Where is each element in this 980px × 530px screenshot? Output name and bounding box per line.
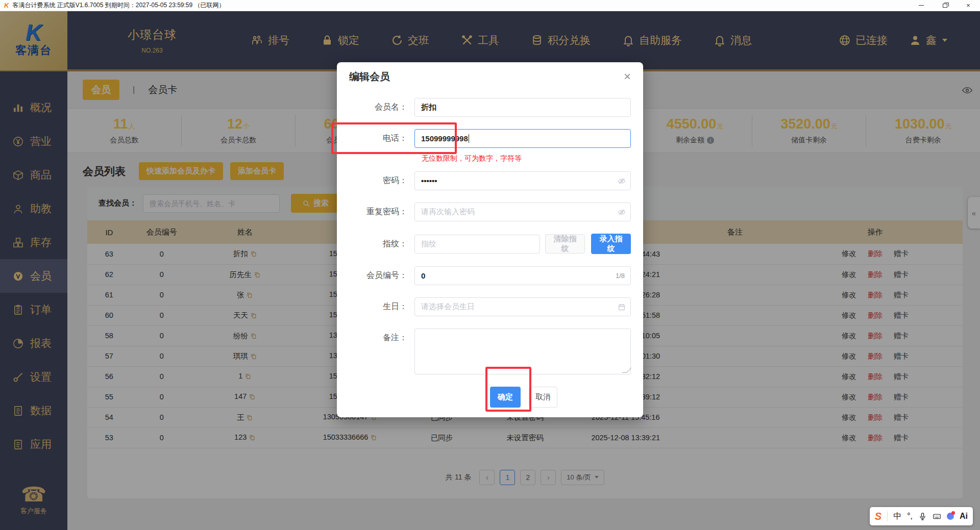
member-name-input[interactable]: 折扣: [414, 98, 631, 117]
calendar-icon[interactable]: [618, 303, 626, 311]
text-cursor: [469, 134, 470, 143]
phone-hint: 无位数限制，可为数字，字符等: [422, 154, 643, 163]
input-method-tray: S 中 °, Ai: [870, 507, 973, 525]
remark-label: 备注：: [337, 329, 414, 343]
microphone-icon[interactable]: [918, 512, 927, 521]
record-fingerprint-button[interactable]: 录入指纹: [591, 234, 631, 254]
remark-textarea[interactable]: [414, 329, 631, 374]
app-logo-icon: K: [4, 2, 9, 9]
password-input[interactable]: ••••••: [414, 171, 631, 190]
skin-icon[interactable]: [947, 513, 954, 520]
close-window-button[interactable]: ×: [957, 0, 980, 11]
member-no-label: 会员编号：: [337, 270, 414, 281]
language-mode[interactable]: 中: [893, 511, 901, 522]
phone-input[interactable]: 15099999998: [414, 129, 631, 148]
eye-off-icon[interactable]: [618, 177, 626, 185]
close-icon[interactable]: ×: [624, 71, 631, 82]
window-title: 客满台计费系统 正式版V1.6.7005 到期时间：2027-05-05 23:…: [12, 1, 225, 10]
repeat-password-label: 重复密码：: [337, 207, 414, 217]
dialog-title: 编辑会员: [349, 70, 390, 84]
fingerprint-label: 指纹：: [337, 239, 414, 249]
clear-fingerprint-button[interactable]: 清除指纹: [545, 234, 585, 254]
minimize-button[interactable]: [910, 0, 933, 11]
birthday-input[interactable]: 请选择会员生日: [414, 297, 631, 316]
keyboard-icon[interactable]: [933, 512, 941, 521]
confirm-button[interactable]: 确定: [490, 387, 521, 408]
sogou-logo-icon[interactable]: S: [875, 511, 881, 522]
password-label: 密码：: [337, 175, 414, 186]
edit-member-dialog: 编辑会员 × 会员名： 折扣 电话： 15099999998 无位数限制，可为数…: [337, 62, 643, 417]
birthday-label: 生日：: [337, 301, 414, 312]
restore-button[interactable]: [933, 0, 957, 11]
fingerprint-input[interactable]: 指纹: [414, 235, 540, 254]
char-counter: 1/8: [616, 272, 625, 280]
window-titlebar: K 客满台计费系统 正式版V1.6.7005 到期时间：2027-05-05 2…: [0, 0, 980, 11]
ai-assistant-icon[interactable]: Ai: [960, 512, 968, 521]
tone-mode[interactable]: °,: [907, 512, 913, 521]
cancel-button[interactable]: 取消: [529, 387, 557, 408]
member-no-input[interactable]: 0: [414, 266, 631, 285]
eye-off-icon[interactable]: [618, 208, 626, 216]
member-name-label: 会员名：: [337, 102, 414, 113]
phone-label: 电话：: [337, 133, 414, 144]
repeat-password-input[interactable]: 请再次输入密码: [414, 203, 631, 221]
